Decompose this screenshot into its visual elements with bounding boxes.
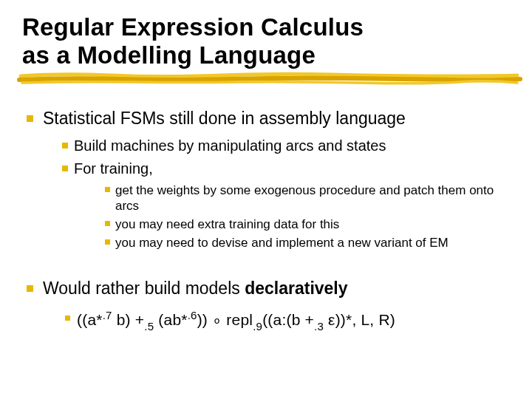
formula-subscript: .5 <box>144 320 154 332</box>
title-line-1: Regular Expression Calculus <box>22 13 364 41</box>
formula-part: )) <box>197 311 212 328</box>
formula-part: repl <box>222 311 253 328</box>
slide-title: Regular Expression Calculus as a Modelli… <box>22 13 510 69</box>
section1-item-1: For training, <box>74 160 153 177</box>
bullet-level2: Build machines by manipulating arcs and … <box>43 137 510 155</box>
section2-heading-pre: Would rather build models <box>43 279 245 298</box>
bullet-level3: you may need extra training data for thi… <box>74 216 510 232</box>
bullet-level1: Would rather build models declaratively … <box>22 278 510 333</box>
bullet-level3: you may need to devise and implement a n… <box>74 235 510 250</box>
section1-heading: Statistical FSMs still done in assembly … <box>43 109 406 128</box>
formula-part: ((a:(b + <box>262 311 314 328</box>
section1-subitem-1: you may need extra training data for thi… <box>115 217 339 231</box>
slide: Regular Expression Calculus as a Modelli… <box>0 0 532 399</box>
formula-superscript: .7 <box>103 309 112 321</box>
slide-body: Statistical FSMs still done in assembly … <box>22 108 510 333</box>
formula-part: (ab* <box>154 311 187 328</box>
bullet-level3: get the weights by some exogenous proced… <box>74 183 510 214</box>
section2-heading-bold: declaratively <box>245 279 347 298</box>
formula-superscript: .6 <box>188 309 197 321</box>
formula-part: b) + <box>112 311 145 328</box>
formula-part: ((a* <box>77 311 103 328</box>
bullet-level1: Statistical FSMs still done in assembly … <box>22 108 510 251</box>
section1-item-0: Build machines by manipulating arcs and … <box>74 137 386 154</box>
title-line-2: as a Modelling Language <box>22 41 316 69</box>
section1-subitem-2: you may need to devise and implement a n… <box>115 236 449 250</box>
title-underline-decoration <box>0 71 532 86</box>
section1-subitem-0: get the weights by some exogenous proced… <box>115 183 494 213</box>
compose-operator-icon: ∘ <box>212 311 222 328</box>
formula: ((a*.7 b) +.5 (ab*.6)) ∘ repl.9((a:(b +.… <box>43 309 510 332</box>
formula-subscript: .9 <box>253 320 262 332</box>
formula-subscript: .3 <box>314 320 324 332</box>
bullet-level2: For training, get the weights by some ex… <box>43 160 510 251</box>
formula-part: ε))*, L, R) <box>324 311 395 328</box>
